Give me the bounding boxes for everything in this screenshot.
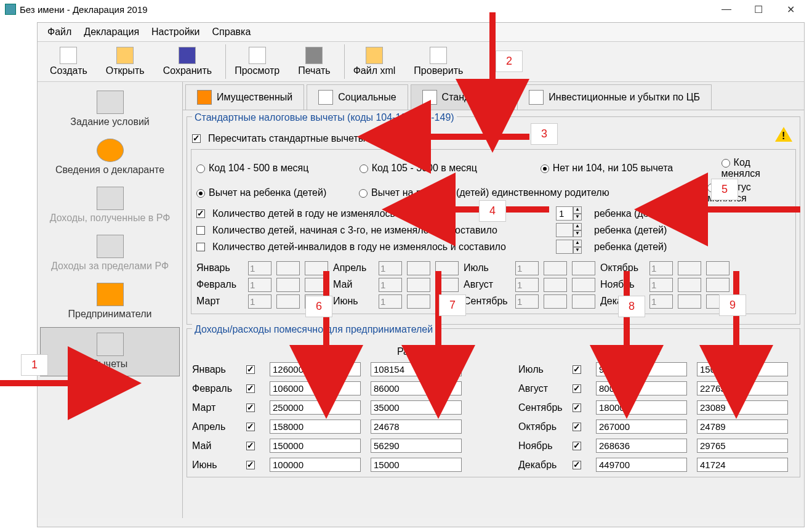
chk-month[interactable] bbox=[573, 365, 581, 374]
chk-month[interactable] bbox=[246, 403, 255, 412]
apr-1[interactable] bbox=[379, 261, 402, 275]
standard-icon bbox=[422, 90, 437, 105]
income-input[interactable] bbox=[270, 400, 361, 415]
entrepreneur-icon bbox=[97, 283, 124, 306]
tab-property[interactable]: Имущественный bbox=[185, 84, 304, 110]
chk-month[interactable] bbox=[246, 384, 255, 393]
sidebar-item-entrepreneur[interactable]: Предприниматели bbox=[38, 278, 182, 326]
chk-month[interactable] bbox=[246, 461, 255, 469]
sidebar-item-income-abroad: Доходы за пределами РФ bbox=[38, 230, 182, 278]
sidebar-item-deductions[interactable]: Вычеты bbox=[40, 327, 180, 376]
window-title: Без имени - Декларация 2019 bbox=[20, 4, 716, 15]
chk-month[interactable] bbox=[573, 423, 581, 431]
jan-1[interactable] bbox=[248, 261, 271, 275]
radio-none[interactable] bbox=[541, 164, 549, 173]
spinner-children-dis[interactable]: ▲▼ bbox=[556, 240, 582, 254]
preview-icon bbox=[249, 47, 266, 64]
tb-open[interactable]: Открыть bbox=[97, 44, 153, 79]
maximize-button[interactable]: ☐ bbox=[748, 4, 769, 15]
expense-input[interactable] bbox=[371, 400, 462, 415]
chk-children-3plus[interactable] bbox=[196, 226, 205, 235]
expense-input[interactable] bbox=[371, 458, 462, 472]
warning-icon bbox=[775, 127, 792, 142]
income-input[interactable] bbox=[596, 381, 687, 395]
callout-1: 1 bbox=[21, 354, 48, 376]
income-input[interactable] bbox=[596, 458, 687, 472]
tab-investment[interactable]: Инвестиционные и убытки по ЦБ bbox=[517, 84, 712, 110]
income-input[interactable] bbox=[270, 381, 361, 395]
month-label: Август bbox=[518, 383, 564, 394]
group-title: Стандартные налоговые вычеты (коды 104-1… bbox=[192, 112, 457, 123]
tb-create[interactable]: Создать bbox=[41, 44, 96, 79]
spinner-children[interactable]: ▲▼ bbox=[556, 206, 582, 221]
menu-file[interactable]: Файл bbox=[44, 25, 75, 39]
house-icon bbox=[197, 90, 212, 105]
income-input[interactable] bbox=[270, 420, 361, 434]
jan-3[interactable] bbox=[305, 261, 328, 275]
chk-children-const[interactable] bbox=[196, 209, 205, 218]
chk-month[interactable] bbox=[246, 423, 255, 431]
chk-month[interactable] bbox=[246, 442, 255, 450]
sidebar-item-declarant[interactable]: Сведения о декларанте bbox=[38, 134, 182, 182]
expense-input[interactable] bbox=[697, 362, 788, 376]
income-input[interactable] bbox=[270, 362, 361, 376]
expense-input[interactable] bbox=[697, 439, 788, 453]
radio-104[interactable] bbox=[196, 164, 205, 173]
chk-month[interactable] bbox=[573, 461, 581, 469]
chk-month[interactable] bbox=[573, 384, 581, 393]
expense-input[interactable] bbox=[697, 400, 788, 415]
oct-1[interactable] bbox=[649, 261, 673, 275]
menu-settings[interactable]: Настройки bbox=[148, 25, 203, 39]
tb-save[interactable]: Сохранить bbox=[155, 44, 221, 79]
tb-check[interactable]: Проверить bbox=[405, 44, 472, 79]
coins-icon bbox=[97, 187, 124, 210]
tb-xml[interactable]: Файл xml bbox=[344, 44, 404, 79]
callout-7: 7 bbox=[439, 294, 466, 316]
hdr-income2: Доходы bbox=[596, 346, 688, 357]
expense-input[interactable] bbox=[697, 420, 788, 434]
jul-1[interactable] bbox=[515, 261, 539, 275]
income-input[interactable] bbox=[596, 420, 687, 434]
callout-5: 5 bbox=[711, 179, 738, 200]
minimize-button[interactable]: — bbox=[716, 4, 737, 15]
tab-social[interactable]: Социальные bbox=[307, 84, 408, 110]
menu-help[interactable]: Справка bbox=[209, 25, 255, 39]
chk-recalc[interactable] bbox=[192, 134, 201, 143]
bag-icon bbox=[97, 235, 124, 258]
income-input[interactable] bbox=[596, 400, 687, 415]
chk-month[interactable] bbox=[573, 403, 581, 412]
sidebar-item-conditions[interactable]: Задание условий bbox=[38, 86, 182, 134]
expense-input[interactable] bbox=[371, 362, 462, 376]
chk-month[interactable] bbox=[573, 442, 581, 450]
expense-input[interactable] bbox=[697, 381, 788, 395]
expense-input[interactable] bbox=[371, 439, 462, 453]
income-input[interactable] bbox=[270, 439, 361, 453]
save-icon bbox=[179, 47, 196, 64]
tb-print[interactable]: Печать bbox=[289, 44, 339, 79]
close-button[interactable]: ✕ bbox=[780, 4, 801, 15]
expense-input[interactable] bbox=[697, 458, 788, 472]
chk-children-disabled[interactable] bbox=[196, 243, 205, 251]
chk-month[interactable] bbox=[246, 365, 255, 374]
month-label: Октябрь bbox=[518, 421, 564, 432]
menu-declaration[interactable]: Декларация bbox=[80, 25, 143, 39]
tb-preview[interactable]: Просмотр bbox=[225, 44, 288, 79]
tab-standard[interactable]: Стандартные bbox=[411, 84, 515, 110]
callout-3: 3 bbox=[531, 123, 558, 145]
expense-input[interactable] bbox=[371, 420, 462, 434]
radio-code-changed[interactable] bbox=[722, 159, 730, 168]
income-input[interactable] bbox=[596, 439, 687, 453]
income-input[interactable] bbox=[270, 458, 361, 472]
months-grid: Январь Апрель Июль Октябрь Февраль Май А… bbox=[196, 261, 790, 309]
sidebar-item-income-rf: Доходы, полученные в РФ bbox=[38, 182, 182, 230]
income-input[interactable] bbox=[596, 362, 687, 376]
open-icon bbox=[116, 47, 134, 64]
jan-2[interactable] bbox=[276, 261, 300, 275]
radio-single-parent[interactable] bbox=[359, 189, 368, 198]
main-panel: Имущественный Социальные Стандартные Инв… bbox=[183, 82, 804, 518]
radio-105[interactable] bbox=[360, 164, 368, 173]
expense-input[interactable] bbox=[371, 381, 462, 395]
spinner-children-3[interactable]: ▲▼ bbox=[556, 223, 582, 237]
sidebar: Задание условий Сведения о декларанте До… bbox=[38, 82, 183, 518]
radio-child[interactable] bbox=[196, 189, 205, 198]
